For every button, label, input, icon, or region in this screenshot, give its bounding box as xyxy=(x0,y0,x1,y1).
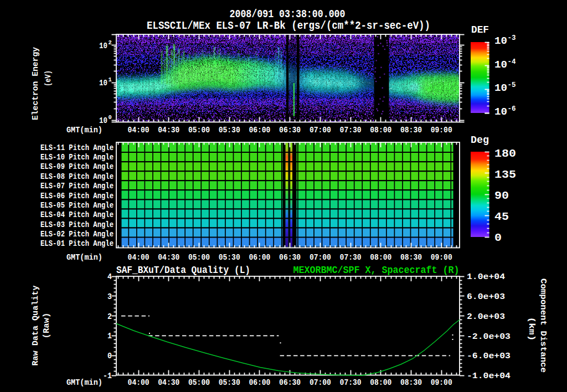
svg-text:09:00: 09:00 xyxy=(431,253,452,262)
svg-text:Component Distance: Component Distance xyxy=(538,278,548,373)
svg-text:ELS-10 Pitch Angle: ELS-10 Pitch Angle xyxy=(40,153,114,162)
svg-text:05:00: 05:00 xyxy=(188,126,210,135)
svg-text:MEXORBMC/SPF X, Spacecraft (R): MEXORBMC/SPF X, Spacecraft (R) xyxy=(293,265,460,276)
svg-text:04:30: 04:30 xyxy=(158,378,179,387)
svg-text:2008/091 03:38:00.000: 2008/091 03:38:00.000 xyxy=(230,8,346,20)
svg-text:06:30: 06:30 xyxy=(279,126,301,135)
svg-text:135: 135 xyxy=(494,168,516,181)
svg-text:06:00: 06:00 xyxy=(249,126,270,135)
svg-text:08:00: 08:00 xyxy=(370,378,391,387)
svg-text:07:30: 07:30 xyxy=(340,126,362,135)
svg-text:04:30: 04:30 xyxy=(158,253,179,262)
svg-text:ELS-02 Pitch Angle: ELS-02 Pitch Angle xyxy=(40,230,114,239)
svg-text:0: 0 xyxy=(107,352,112,360)
svg-text:08:30: 08:30 xyxy=(400,253,422,262)
svg-text:45: 45 xyxy=(494,210,509,223)
svg-text:-4: -4 xyxy=(508,58,517,66)
svg-text:-3: -3 xyxy=(508,34,516,42)
svg-text:-1: -1 xyxy=(103,372,112,380)
svg-text:Deg: Deg xyxy=(471,135,489,146)
svg-text:05:30: 05:30 xyxy=(219,126,240,135)
svg-text:ELS-04 Pitch Angle: ELS-04 Pitch Angle xyxy=(40,210,114,219)
svg-text:-6.0e+03: -6.0e+03 xyxy=(467,352,511,361)
svg-text:DEF: DEF xyxy=(471,24,489,35)
svg-text:05:00: 05:00 xyxy=(188,378,210,387)
svg-text:10: 10 xyxy=(494,59,507,70)
svg-text:-5: -5 xyxy=(508,81,516,89)
svg-text:0: 0 xyxy=(494,231,502,244)
svg-text:-1.0e+04: -1.0e+04 xyxy=(467,372,511,381)
svg-text:6.0e+03: 6.0e+03 xyxy=(467,292,505,302)
svg-text:ELS-03 Pitch Angle: ELS-03 Pitch Angle xyxy=(40,220,114,229)
svg-text:SAF_BXuT/Data Quality (L): SAF_BXuT/Data Quality (L) xyxy=(116,265,250,276)
svg-text:ELS-11 Pitch Angle: ELS-11 Pitch Angle xyxy=(40,143,114,152)
svg-text:04:00: 04:00 xyxy=(128,126,150,135)
svg-text:2.0e+03: 2.0e+03 xyxy=(467,312,505,322)
svg-text:06:30: 06:30 xyxy=(279,378,301,387)
svg-text:05:30: 05:30 xyxy=(219,253,240,262)
svg-text:ELS-01 Pitch Angle: ELS-01 Pitch Angle xyxy=(40,239,114,248)
svg-text:08:30: 08:30 xyxy=(400,126,422,135)
svg-text:10: 10 xyxy=(99,79,107,87)
svg-text:04:00: 04:00 xyxy=(128,378,150,387)
svg-text:04:00: 04:00 xyxy=(128,253,150,262)
svg-text:07:00: 07:00 xyxy=(310,126,331,135)
svg-text:90: 90 xyxy=(494,189,509,202)
svg-text:05:30: 05:30 xyxy=(219,378,240,387)
svg-text:08:00: 08:00 xyxy=(370,253,391,262)
svg-text:2: 2 xyxy=(107,312,112,321)
svg-text:07:30: 07:30 xyxy=(340,378,362,387)
svg-text:10: 10 xyxy=(494,106,507,117)
svg-text:09:00: 09:00 xyxy=(431,126,452,135)
svg-text:10: 10 xyxy=(494,82,507,94)
svg-text:Raw Data Quality: Raw Data Quality xyxy=(30,286,40,366)
svg-text:ELSSCIL/MEx ELS-07 LR-Bk (erg: ELSSCIL/MEx ELS-07 LR-Bk (ergs/(cm**2-sr… xyxy=(147,19,430,32)
svg-text:(Raw): (Raw) xyxy=(42,313,51,339)
svg-text:0: 0 xyxy=(109,114,112,121)
svg-text:07:30: 07:30 xyxy=(340,253,362,262)
svg-text:4: 4 xyxy=(107,272,112,281)
svg-text:04:30: 04:30 xyxy=(158,126,179,135)
svg-text:-6: -6 xyxy=(508,105,516,113)
svg-text:09:00: 09:00 xyxy=(431,378,452,387)
svg-text:1.0e+04: 1.0e+04 xyxy=(467,272,505,282)
svg-text:GMT(min): GMT(min) xyxy=(66,126,102,135)
svg-text:06:00: 06:00 xyxy=(249,253,270,262)
svg-text:ELS-08 Pitch Angle: ELS-08 Pitch Angle xyxy=(40,172,114,181)
svg-text:ELS-06 Pitch Angle: ELS-06 Pitch Angle xyxy=(40,192,114,200)
svg-text:08:30: 08:30 xyxy=(400,378,422,387)
svg-text:1: 1 xyxy=(107,332,112,341)
svg-text:3: 3 xyxy=(107,292,112,301)
svg-text:1: 1 xyxy=(109,76,112,83)
svg-text:ELS-09 Pitch Angle: ELS-09 Pitch Angle xyxy=(40,162,114,171)
svg-text:08:00: 08:00 xyxy=(370,126,391,135)
svg-text:10: 10 xyxy=(494,35,507,47)
svg-text:ELS-07 Pitch Angle: ELS-07 Pitch Angle xyxy=(40,182,114,190)
svg-text:180: 180 xyxy=(494,147,516,160)
svg-text:05:00: 05:00 xyxy=(188,253,210,262)
svg-text:06:00: 06:00 xyxy=(249,378,270,387)
svg-text:GMT(min): GMT(min) xyxy=(66,253,102,262)
svg-text:ELS-05 Pitch Angle: ELS-05 Pitch Angle xyxy=(40,201,114,210)
svg-text:07:00: 07:00 xyxy=(310,253,331,262)
svg-text:10: 10 xyxy=(99,116,107,125)
svg-text:-2.0e+03: -2.0e+03 xyxy=(467,332,511,342)
svg-text:(eV): (eV) xyxy=(43,70,53,86)
svg-text:Electron Energy: Electron Energy xyxy=(30,47,40,120)
svg-text:10: 10 xyxy=(99,42,107,50)
svg-text:(km): (km) xyxy=(527,317,537,341)
svg-text:GMT(min): GMT(min) xyxy=(66,378,102,387)
svg-text:06:30: 06:30 xyxy=(279,253,301,262)
svg-text:07:00: 07:00 xyxy=(310,378,331,387)
svg-text:2: 2 xyxy=(109,39,112,46)
